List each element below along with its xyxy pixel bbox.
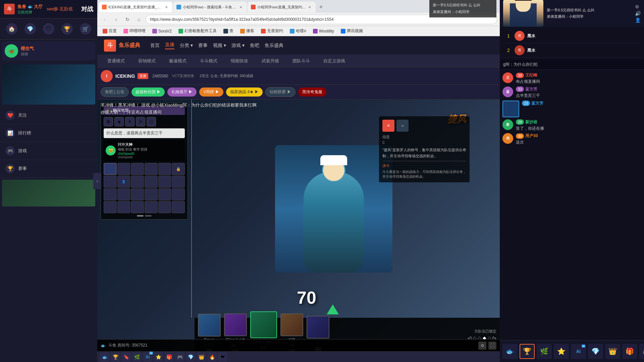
bookmark-search[interactable]: 查 [221,27,236,35]
mode-accommodate[interactable]: 容纳模式 [135,56,159,66]
btn-ghost-server[interactable]: 黑传奇鬼服 [298,87,326,97]
tab-search[interactable]: 小程同学ovo - 搜索结果 - 斗鱼直播 ✕ [173,2,247,12]
nav-fishbar[interactable]: 鱼吧 [250,43,259,49]
mode-custom[interactable]: 自定义游戏 [320,56,348,66]
emoji-star-bar[interactable]: ⭐ [554,344,569,359]
bookmark-hello[interactable]: 哈喽o [287,27,309,35]
sidebar-item-cart[interactable]: 🛒 [76,21,95,37]
emoji-leaf[interactable]: 🌿 [537,344,552,359]
char-cell-24[interactable] [172,201,185,213]
btn-diamond[interactable]: 钻粉联赛 ▶ [265,87,295,97]
sidebar-streamer-card[interactable]: 🦋 橙住气 就绪 [2,42,95,60]
settings-icon-bottom[interactable]: ⚙ [478,342,486,350]
nav-events[interactable]: 赛事 [198,43,208,49]
emoji-game-bar[interactable]: 🎮 [639,344,644,359]
icon-bookmark-bar[interactable]: 🔖 [121,352,131,362]
char-cell-18[interactable] [172,188,185,200]
action-btn-x[interactable]: ✕ [382,120,394,132]
bookmark-bilibili[interactable]: 哔哩哔哩 [121,27,148,35]
icon-crown[interactable]: 👑 [197,352,206,362]
tab-close-1[interactable]: ✕ [164,4,169,10]
nav-live[interactable]: 直播 [165,42,174,49]
nav-game[interactable]: 游戏 ▾ [231,43,245,49]
forward-btn[interactable]: › [111,15,121,24]
icon-grass[interactable]: 🌿 [132,352,142,362]
sidebar-nav-follow[interactable]: ❤️ 关注 [0,107,97,124]
sidebar-item-home[interactable]: 🏠 [3,21,21,37]
nav-video[interactable]: 视频 ▾ [213,43,226,49]
char-cell-22[interactable] [145,201,158,213]
icon-fire[interactable]: 🔥 [207,352,217,362]
emoji-crown-bar[interactable]: 👑 [605,344,620,359]
tab-xiaocheng[interactable]: 小程同学ovo直播_无畏契约... ✕ [248,2,316,12]
btn-super-fans[interactable]: 超级粉丝团 ▶ [131,87,165,97]
bookmark-valorant[interactable]: 无畏契约 [258,27,286,35]
mode-fast[interactable]: 极速模式 [166,56,190,66]
sidebar-item-diamond[interactable]: 💎 [21,21,39,37]
char-cell-11[interactable] [158,176,171,188]
ability-x[interactable]: ✕ [136,117,145,126]
btn-weekly[interactable]: V周榜 ▶ [199,87,223,97]
bookmark-baidu[interactable]: 百度 [100,27,119,35]
char-cell-20[interactable] [117,201,130,213]
btn-fishbar-announce[interactable]: 鱼吧 | 公告 [101,87,129,97]
emoji-trophy-bar[interactable]: 🏆 [520,344,535,359]
char-cell-14[interactable] [117,188,130,200]
icon-trophy-bar[interactable]: 🏆 [111,352,120,362]
char-cell-12[interactable] [172,176,185,188]
icon-diamond2[interactable]: 💎 [186,352,195,362]
bookmark-tencent[interactable]: 腾讯视频 [338,27,366,35]
nav-category[interactable]: 分类 ▾ [180,43,193,49]
char-cell-17[interactable] [158,188,171,200]
ability-q[interactable]: ◈ [114,117,124,126]
bookmark-wootility[interactable]: Wootility [310,28,337,35]
icon-star[interactable]: ⭐ [154,352,163,362]
char-cell-2[interactable] [117,163,130,175]
ability-grid[interactable]: ⊞ [104,117,113,126]
refresh-btn[interactable]: ↻ [123,15,132,24]
btn-challenge[interactable]: 福星挑战 4★ ▶ [226,87,263,97]
action-btn-o[interactable]: ○ [396,120,409,132]
new-tab-btn[interactable]: + [316,2,326,12]
nav-homepage[interactable]: 首页 [150,43,160,49]
ability-c[interactable]: ⬡ [147,117,156,126]
bookmark-palworld[interactable]: 幻兽帕鲁配件工具 [176,27,219,35]
tab-close-3[interactable]: ✕ [307,4,312,10]
mode-equip[interactable]: 武装升级 [258,56,282,66]
mode-normal[interactable]: 普通模式 [104,56,128,66]
nav-festival[interactable]: 鱼乐盛典 [265,43,283,49]
sidebar-nav-games[interactable]: 🎮 游戏 [0,142,97,160]
emoji-fish[interactable]: 🐟 [502,344,518,359]
icon-game2[interactable]: 🎮 [175,352,184,362]
icon-fish[interactable]: 🐟 [100,352,109,362]
tab-close-2[interactable]: ✕ [238,4,244,10]
char-cell-4[interactable] [145,163,158,175]
sidebar-item-trophy[interactable]: 🏆 [58,21,76,37]
char-cell-23[interactable] [158,201,171,213]
back-btn[interactable]: ‹ [100,15,109,24]
char-cell-13[interactable] [104,188,117,200]
icon-heart[interactable]: ❤ [218,352,227,362]
emoji-diamond-bar[interactable]: 💎 [588,344,603,359]
btn-gifts[interactable]: 礼物展厅 ▶ [167,87,197,97]
tab-iceking[interactable]: ICEKING直播_无畏契约直播_斗鱼 ✕ [99,2,172,12]
mode-team[interactable]: 团队斗斗 [289,56,313,66]
char-cell-19[interactable] [104,201,117,213]
sidebar-nav-events[interactable]: 🏆 赛事 [0,160,97,178]
icon-ai[interactable]: Ai AI [143,352,152,362]
user-icon-right[interactable]: 👤 [635,17,641,23]
home-btn[interactable]: ⌂ [134,15,144,24]
char-cell-15[interactable] [131,188,144,200]
sidebar-nav-ranking[interactable]: 📊 排行榜 [0,124,97,142]
fullscreen-icon[interactable]: ⛶ [488,342,496,350]
ability-e[interactable]: ✦ [125,117,135,126]
char-cell-10[interactable] [145,176,158,188]
char-cell-21[interactable] [131,201,144,213]
char-cell-9[interactable] [131,176,144,188]
settings-icon-right[interactable]: ⚙ [635,4,641,9]
sidebar-collapse-btn[interactable]: › [93,173,101,189]
char-cell-5[interactable] [158,163,171,175]
icon-gift[interactable]: 🎁 [164,352,174,362]
emoji-ai[interactable]: Ai AI [571,344,586,359]
mode-skill[interactable]: 情能快攻 [227,56,252,66]
